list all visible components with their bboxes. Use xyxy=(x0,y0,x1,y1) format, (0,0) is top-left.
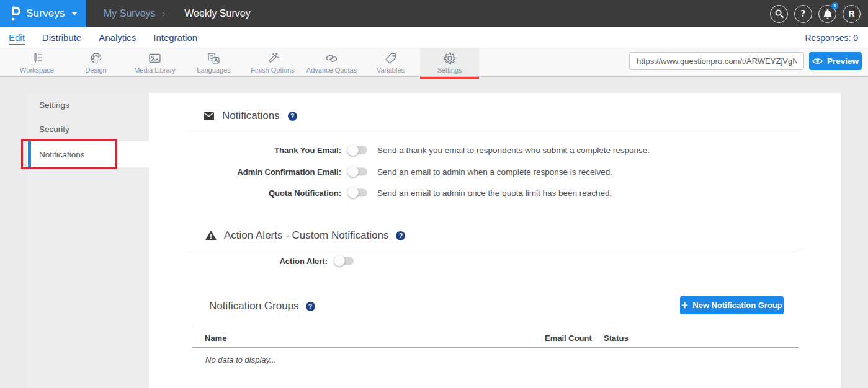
toolbar-item-label: Workspace xyxy=(20,66,54,74)
toggle-knob xyxy=(347,166,359,177)
column-header-name: Name xyxy=(205,327,226,348)
sidebar-item-label: Security xyxy=(39,125,69,134)
toolbar-item-design[interactable]: Design xyxy=(66,48,125,76)
questionpro-logo-icon xyxy=(10,6,20,21)
search-button[interactable] xyxy=(770,5,788,23)
admin-confirmation-email-description: Send an email to admin when a complete r… xyxy=(377,167,612,176)
toolbar-item-finish-options[interactable]: Finish Options xyxy=(243,48,302,76)
bell-icon xyxy=(823,9,833,19)
settings-content: Notifications ? Thank You Email: Send a … xyxy=(149,93,841,388)
workspace-icon xyxy=(30,51,44,65)
help-button[interactable]: ? xyxy=(794,5,812,23)
notifications-section-header: Notifications ? xyxy=(204,110,297,122)
action-alert-label: Action Alert: xyxy=(279,256,328,265)
quota-notification-description: Send an email to admin once the quota li… xyxy=(377,188,612,197)
quota-notification-toggle[interactable] xyxy=(349,188,367,196)
tab-analytics[interactable]: Analytics xyxy=(99,32,136,43)
section-divider xyxy=(188,130,803,130)
notification-groups-section-header: Notification Groups ? xyxy=(209,300,315,312)
sidebar-item-security[interactable]: Security xyxy=(27,117,149,141)
breadcrumb-current-survey: Weekly Survey xyxy=(184,8,250,19)
account-avatar[interactable]: R xyxy=(843,5,861,23)
action-alerts-section-header: Action Alerts - Custom Notifications ? xyxy=(205,229,405,242)
help-circle-icon[interactable]: ? xyxy=(288,112,297,121)
preview-label: Preview xyxy=(827,56,859,66)
breadcrumb-separator-icon: › xyxy=(163,9,166,19)
toolbar-item-label: Finish Options xyxy=(251,66,294,74)
toolbar-item-media-library[interactable]: Media Library xyxy=(125,48,184,76)
toolbar-item-advance-quotas[interactable]: Advance Quotas xyxy=(302,48,361,76)
column-header-email-count: Email Count xyxy=(545,327,592,348)
toolbar-item-workspace[interactable]: Workspace xyxy=(7,48,66,76)
thank-you-email-label: Thank You Email: xyxy=(274,146,341,155)
survey-nav-tabs: Edit Distribute Analytics Integration xyxy=(9,27,215,48)
section-title: Notifications xyxy=(222,110,280,122)
languages-icon xyxy=(207,51,221,65)
media-library-icon xyxy=(148,51,162,65)
search-icon xyxy=(774,9,784,19)
toolbar-items: Workspace Design Media Library xyxy=(7,48,479,76)
finish-options-icon xyxy=(266,51,280,65)
settings-card: Settings Security Notifications Notifica… xyxy=(27,93,841,388)
section-title: Notification Groups xyxy=(209,300,299,312)
table-empty-message: No data to display... xyxy=(205,355,276,364)
toolbar-item-settings[interactable]: Settings xyxy=(420,48,479,76)
avatar-initial: R xyxy=(848,9,854,19)
toolbar-item-label: Design xyxy=(85,66,106,74)
sidebar-item-notifications[interactable]: Notifications xyxy=(27,141,149,167)
survey-url-input[interactable] xyxy=(629,52,804,70)
new-notification-group-button[interactable]: New Notification Group xyxy=(680,296,784,314)
notifications-button[interactable]: 1 xyxy=(818,5,836,23)
toolbar-item-label: Languages xyxy=(197,66,230,74)
table-header-row: Name Email Count Status xyxy=(192,327,799,348)
admin-confirmation-email-toggle[interactable] xyxy=(349,167,367,175)
section-title: Action Alerts - Custom Notifications xyxy=(224,229,388,242)
plus-icon xyxy=(681,302,688,309)
design-icon xyxy=(89,51,103,65)
toolbar-item-languages[interactable]: Languages xyxy=(184,48,243,76)
notification-badge: 1 xyxy=(831,2,838,9)
toggle-knob xyxy=(347,144,359,156)
active-item-indicator xyxy=(28,141,31,167)
breadcrumb: My Surveys › Weekly Survey xyxy=(104,0,251,27)
product-label: Surveys xyxy=(26,7,65,20)
tab-edit[interactable]: Edit xyxy=(9,32,25,45)
toggle-knob xyxy=(334,255,345,267)
toolbar-item-variables[interactable]: Variables xyxy=(361,48,420,76)
sidebar-item-settings[interactable]: Settings xyxy=(27,93,149,117)
thank-you-email-description: Send a thank you email to respondents wh… xyxy=(377,146,650,155)
toolbar-item-label: Variables xyxy=(377,66,405,74)
admin-confirmation-email-label: Admin Confirmation Email: xyxy=(237,167,341,176)
surveys-product-menu[interactable]: Surveys xyxy=(0,0,86,27)
toggle-knob xyxy=(347,187,359,198)
top-bar: Surveys My Surveys › Weekly Survey ? 1 R xyxy=(0,0,868,27)
envelope-icon xyxy=(204,112,214,120)
tab-distribute[interactable]: Distribute xyxy=(42,32,81,43)
preview-button[interactable]: Preview xyxy=(809,52,862,70)
tab-integration[interactable]: Integration xyxy=(153,32,197,43)
topbar-actions: ? 1 R xyxy=(770,0,861,27)
thank-you-email-toggle[interactable] xyxy=(349,146,367,154)
toolbar-item-label: Settings xyxy=(437,66,462,74)
survey-nav-row: Edit Distribute Analytics Integration Re… xyxy=(0,27,868,48)
new-notification-group-label: New Notification Group xyxy=(692,301,782,310)
action-alert-toggle[interactable] xyxy=(335,257,354,265)
responses-count[interactable]: Responses: 0 xyxy=(805,27,858,48)
help-icon: ? xyxy=(801,8,806,19)
help-circle-icon[interactable]: ? xyxy=(306,302,315,311)
edit-toolbar: Workspace Design Media Library xyxy=(0,48,868,77)
breadcrumb-my-surveys[interactable]: My Surveys xyxy=(104,8,156,19)
chevron-down-icon xyxy=(71,12,78,15)
toolbar-item-label: Media Library xyxy=(134,66,176,74)
toolbar-item-label: Advance Quotas xyxy=(306,66,357,74)
warning-triangle-icon xyxy=(205,231,217,240)
notification-groups-table: Name Email Count Status No data to displ… xyxy=(192,327,799,348)
advance-quotas-icon xyxy=(324,51,339,65)
eye-icon xyxy=(812,58,823,64)
quota-notification-label: Quota Notification: xyxy=(269,188,341,197)
variables-icon xyxy=(384,51,398,65)
help-circle-icon[interactable]: ? xyxy=(396,231,405,240)
sidebar-item-label: Settings xyxy=(39,100,69,110)
section-divider xyxy=(188,250,803,250)
settings-sidebar: Settings Security Notifications xyxy=(27,93,149,388)
